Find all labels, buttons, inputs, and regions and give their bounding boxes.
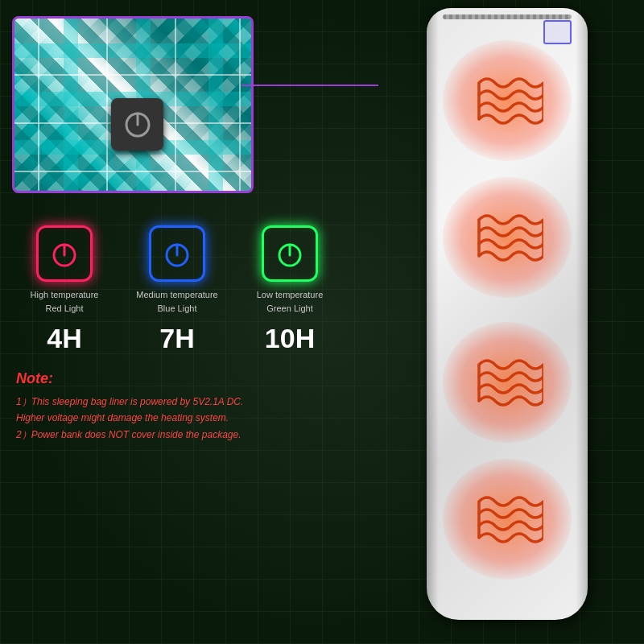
heating-coil-4 xyxy=(471,489,543,546)
power-icon-low xyxy=(274,237,306,270)
heating-pattern-2 xyxy=(471,208,543,267)
product-thumbnail xyxy=(12,16,254,193)
heating-zone-4 xyxy=(443,459,572,580)
heating-zone-2 xyxy=(443,177,572,298)
mode-high-label: High temperature Red Light xyxy=(31,288,99,315)
notes-section: Note: 1）This sleeping bag liner is power… xyxy=(12,370,247,443)
mode-medium-label: Medium temperature Blue Light xyxy=(136,288,218,315)
heating-coil-2 xyxy=(471,208,543,264)
mode-low: Low temperature Green Light xyxy=(237,225,342,315)
left-panel: High temperature Red Light Medium temper… xyxy=(0,0,370,644)
heating-pattern-4 xyxy=(471,489,543,549)
power-btn-low xyxy=(262,225,318,282)
mode-medium: Medium temperature Blue Light xyxy=(125,225,229,315)
modes-section: High temperature Red Light Medium temper… xyxy=(12,225,342,315)
hours-high-value: 4H xyxy=(47,323,81,353)
power-icon-high xyxy=(48,237,80,270)
heating-zone-3 xyxy=(443,322,572,443)
hours-medium-value: 7H xyxy=(159,323,194,353)
power-button-icon-closeup xyxy=(122,109,154,141)
heating-coil-3 xyxy=(471,353,543,409)
hours-low: 10H xyxy=(237,323,342,354)
mode-low-label: Low temperature Green Light xyxy=(257,288,324,315)
heating-pattern-3 xyxy=(471,353,543,412)
heating-pattern-1 xyxy=(471,71,543,130)
note-title: Note: xyxy=(16,370,243,387)
hours-section: 4H 7H 10H xyxy=(12,323,342,354)
hours-low-value: 10H xyxy=(265,323,315,353)
power-btn-high xyxy=(36,225,93,282)
heating-coil-1 xyxy=(471,71,543,127)
connector-line xyxy=(242,85,378,86)
main-container: High temperature Red Light Medium temper… xyxy=(0,0,644,644)
heating-zone-1 xyxy=(443,40,572,161)
power-btn-medium xyxy=(149,225,205,282)
right-panel xyxy=(370,0,644,644)
bag-right-shadow xyxy=(576,8,588,620)
hours-high: 4H xyxy=(12,323,117,354)
bag-left-shadow xyxy=(427,8,439,620)
sleeping-bag xyxy=(427,8,588,620)
power-icon-medium xyxy=(161,237,193,270)
power-button-closeup xyxy=(111,98,163,151)
mode-high: High temperature Red Light xyxy=(12,225,117,315)
bag-zipper xyxy=(443,14,572,19)
hours-medium: 7H xyxy=(125,323,229,354)
note-line-1: 1）This sleeping bag liner is powered by … xyxy=(16,394,243,443)
